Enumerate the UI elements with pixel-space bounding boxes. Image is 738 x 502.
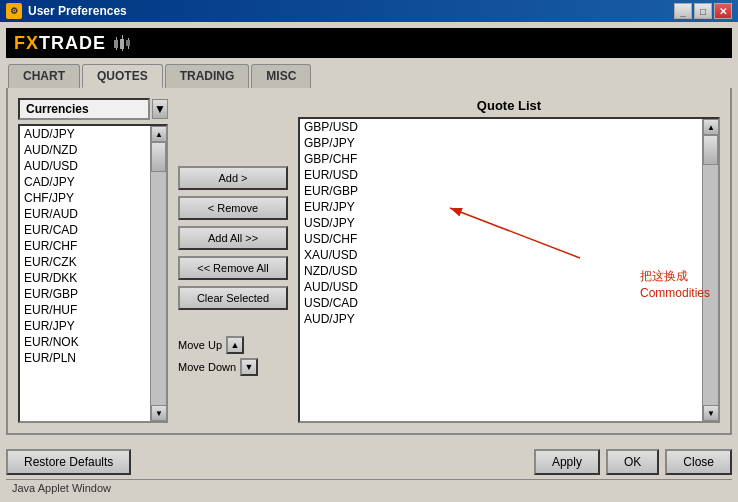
close-window-button[interactable]: ✕ [714,3,732,19]
currencies-dropdown[interactable]: Currencies [18,98,150,120]
move-section: Move Up ▲ Move Down ▼ [178,336,288,376]
list-item[interactable]: AUD/JPY [20,126,150,142]
currencies-label: Currencies [26,102,89,116]
tab-chart[interactable]: CHART [8,64,80,88]
currencies-header: Currencies ▼ [18,98,168,120]
list-item[interactable]: EUR/HUF [20,302,150,318]
logo-fx: FX [14,33,39,53]
list-item[interactable]: USD/CHF [300,231,702,247]
middle-panel: Add > < Remove Add All >> << Remove All … [178,98,288,423]
logo-trade: TRADE [39,33,106,53]
window-icon: ⚙ [6,3,22,19]
window-body: FXTRADE CHART QUOTES TRADING MISC [0,22,738,502]
scroll-down-btn[interactable]: ▼ [151,405,167,421]
quote-scrollbar[interactable]: ▲ ▼ [702,119,718,421]
list-item[interactable]: GBP/USD [300,119,702,135]
list-item[interactable]: GBP/CHF [300,151,702,167]
scroll-thumb[interactable] [151,142,166,172]
move-down-row: Move Down ▼ [178,358,288,376]
logo: FXTRADE [14,33,106,54]
clear-selected-button[interactable]: Clear Selected [178,286,288,310]
move-down-label: Move Down [178,361,236,373]
list-item[interactable]: EUR/JPY [300,199,702,215]
list-item[interactable]: USD/CAD [300,295,702,311]
maximize-button[interactable]: □ [694,3,712,19]
list-item[interactable]: EUR/GBP [20,286,150,302]
status-text: Java Applet Window [12,482,111,494]
move-up-row: Move Up ▲ [178,336,288,354]
list-item[interactable]: EUR/CAD [20,222,150,238]
list-item[interactable]: CHF/JPY [20,190,150,206]
list-item[interactable]: EUR/NOK [20,334,150,350]
move-up-button[interactable]: ▲ [226,336,244,354]
ok-button[interactable]: OK [606,449,659,475]
list-item[interactable]: AUD/USD [300,279,702,295]
remove-button[interactable]: < Remove [178,196,288,220]
list-item[interactable]: EUR/JPY [20,318,150,334]
list-item[interactable]: NZD/USD [300,263,702,279]
restore-defaults-button[interactable]: Restore Defaults [6,449,131,475]
list-item[interactable]: EUR/AUD [20,206,150,222]
list-item[interactable]: AUD/NZD [20,142,150,158]
quote-scroll-track [703,135,718,405]
quote-scroll-thumb[interactable] [703,135,718,165]
close-button[interactable]: Close [665,449,732,475]
tab-quotes[interactable]: QUOTES [82,64,163,88]
minimize-button[interactable]: _ [674,3,692,19]
list-item[interactable]: EUR/DKK [20,270,150,286]
add-all-button[interactable]: Add All >> [178,226,288,250]
currencies-scrollbar[interactable]: ▲ ▼ [150,126,166,421]
scroll-track [151,142,166,405]
list-item[interactable]: XAU/USD [300,247,702,263]
list-item[interactable]: AUD/USD [20,158,150,174]
quote-list-panel: Quote List GBP/USD GBP/JPY GBP/CHF EUR/U… [298,98,720,423]
list-item[interactable]: EUR/GBP [300,183,702,199]
window-title: User Preferences [28,4,127,18]
quote-scroll-up-btn[interactable]: ▲ [703,119,719,135]
remove-all-button[interactable]: << Remove All [178,256,288,280]
title-controls: _ □ ✕ [674,3,732,19]
tab-misc[interactable]: MISC [251,64,311,88]
quote-scroll-down-btn[interactable]: ▼ [703,405,719,421]
list-item[interactable]: EUR/CZK [20,254,150,270]
quote-listbox: GBP/USD GBP/JPY GBP/CHF EUR/USD EUR/GBP … [298,117,720,423]
scroll-up-btn[interactable]: ▲ [151,126,167,142]
list-item[interactable]: EUR/CHF [20,238,150,254]
bottom-bar: Restore Defaults Apply OK Close [6,443,732,475]
currencies-panel: Currencies ▼ AUD/JPY AUD/NZD AUD/USD CAD… [18,98,168,423]
move-down-button[interactable]: ▼ [240,358,258,376]
quote-list-content: GBP/USD GBP/JPY GBP/CHF EUR/USD EUR/GBP … [300,119,702,421]
tabs-bar: CHART QUOTES TRADING MISC [6,64,732,88]
content-area: Currencies ▼ AUD/JPY AUD/NZD AUD/USD CAD… [18,98,720,423]
candle-2 [120,35,124,51]
title-bar: ⚙ User Preferences _ □ ✕ [0,0,738,22]
list-item[interactable]: EUR/USD [300,167,702,183]
currencies-list-content: AUD/JPY AUD/NZD AUD/USD CAD/JPY CHF/JPY … [20,126,150,421]
list-item[interactable]: CAD/JPY [20,174,150,190]
bottom-right-buttons: Apply OK Close [534,449,732,475]
main-panel: Currencies ▼ AUD/JPY AUD/NZD AUD/USD CAD… [6,88,732,435]
currencies-listbox: AUD/JPY AUD/NZD AUD/USD CAD/JPY CHF/JPY … [18,124,168,423]
logo-bar: FXTRADE [6,28,732,58]
apply-button[interactable]: Apply [534,449,600,475]
list-item[interactable]: GBP/JPY [300,135,702,151]
list-item[interactable]: EUR/PLN [20,350,150,366]
quote-list-header: Quote List [298,98,720,113]
status-bar: Java Applet Window [6,479,732,496]
list-item[interactable]: USD/JPY [300,215,702,231]
currencies-dropdown-arrow[interactable]: ▼ [152,99,168,119]
list-item[interactable]: AUD/JPY [300,311,702,327]
add-button[interactable]: Add > [178,166,288,190]
candle-3 [126,38,130,49]
candle-1 [114,37,118,50]
logo-candles [114,35,130,51]
move-up-label: Move Up [178,339,222,351]
tab-trading[interactable]: TRADING [165,64,250,88]
